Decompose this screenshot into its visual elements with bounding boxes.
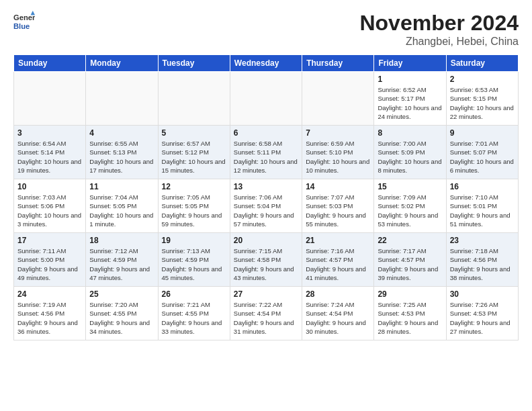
day-info: Sunrise: 7:00 AM Sunset: 5:09 PM Dayligh…: [378, 139, 442, 175]
table-row: 2Sunrise: 6:53 AM Sunset: 5:15 PM Daylig…: [446, 72, 518, 126]
day-info: Sunrise: 6:52 AM Sunset: 5:17 PM Dayligh…: [378, 85, 442, 121]
table-row: 24Sunrise: 7:19 AM Sunset: 4:56 PM Dayli…: [14, 287, 86, 340]
day-number: 7: [306, 128, 370, 138]
day-number: 24: [17, 289, 82, 299]
generalblue-logo-icon: General Blue: [13, 11, 35, 32]
day-info: Sunrise: 7:26 AM Sunset: 4:53 PM Dayligh…: [450, 300, 515, 336]
day-info: Sunrise: 7:21 AM Sunset: 4:55 PM Dayligh…: [162, 300, 226, 336]
table-row: 13Sunrise: 7:06 AM Sunset: 5:04 PM Dayli…: [230, 179, 302, 233]
day-number: 5: [162, 128, 226, 138]
day-info: Sunrise: 7:10 AM Sunset: 5:01 PM Dayligh…: [450, 193, 515, 228]
table-row: 16Sunrise: 7:10 AM Sunset: 5:01 PM Dayli…: [446, 179, 518, 233]
table-row: 23Sunrise: 7:18 AM Sunset: 4:56 PM Dayli…: [446, 233, 518, 287]
day-info: Sunrise: 7:25 AM Sunset: 4:53 PM Dayligh…: [378, 300, 442, 336]
day-info: Sunrise: 6:57 AM Sunset: 5:12 PM Dayligh…: [162, 139, 226, 175]
table-row: [302, 72, 374, 126]
day-number: 10: [17, 182, 82, 191]
day-info: Sunrise: 7:05 AM Sunset: 5:05 PM Dayligh…: [162, 193, 226, 228]
table-row: 21Sunrise: 7:16 AM Sunset: 4:57 PM Dayli…: [302, 233, 374, 287]
table-row: [158, 72, 230, 126]
day-number: 17: [17, 236, 82, 245]
day-info: Sunrise: 6:59 AM Sunset: 5:10 PM Dayligh…: [306, 139, 370, 175]
day-number: 11: [89, 182, 154, 191]
day-number: 16: [450, 182, 515, 191]
day-number: 22: [378, 236, 442, 245]
table-row: 29Sunrise: 7:25 AM Sunset: 4:53 PM Dayli…: [374, 287, 446, 340]
table-row: [230, 72, 302, 126]
day-number: 30: [450, 289, 515, 299]
day-info: Sunrise: 6:58 AM Sunset: 5:11 PM Dayligh…: [234, 139, 298, 175]
day-number: 3: [17, 128, 82, 138]
day-number: 29: [378, 289, 442, 299]
day-number: 18: [89, 236, 154, 245]
table-row: 11Sunrise: 7:04 AM Sunset: 5:05 PM Dayli…: [86, 179, 158, 233]
table-row: 26Sunrise: 7:21 AM Sunset: 4:55 PM Dayli…: [158, 287, 230, 340]
day-info: Sunrise: 7:19 AM Sunset: 4:56 PM Dayligh…: [17, 300, 82, 336]
table-row: 3Sunrise: 6:54 AM Sunset: 5:14 PM Daylig…: [14, 126, 86, 179]
calendar-week-row: 10Sunrise: 7:03 AM Sunset: 5:06 PM Dayli…: [14, 179, 519, 233]
header: General Blue November 2024 Zhangbei, Heb…: [13, 11, 519, 48]
day-number: 14: [306, 182, 370, 191]
day-info: Sunrise: 7:03 AM Sunset: 5:06 PM Dayligh…: [17, 193, 82, 228]
table-row: 9Sunrise: 7:01 AM Sunset: 5:07 PM Daylig…: [446, 126, 518, 179]
day-info: Sunrise: 7:07 AM Sunset: 5:03 PM Dayligh…: [306, 193, 370, 228]
table-row: 5Sunrise: 6:57 AM Sunset: 5:12 PM Daylig…: [158, 126, 230, 179]
day-info: Sunrise: 7:11 AM Sunset: 5:00 PM Dayligh…: [17, 246, 82, 282]
day-info: Sunrise: 6:54 AM Sunset: 5:14 PM Dayligh…: [17, 139, 82, 175]
calendar-week-row: 1Sunrise: 6:52 AM Sunset: 5:17 PM Daylig…: [14, 72, 519, 126]
calendar-week-row: 24Sunrise: 7:19 AM Sunset: 4:56 PM Dayli…: [14, 287, 519, 340]
logo: General Blue: [13, 11, 38, 32]
day-number: 6: [234, 128, 298, 138]
day-number: 9: [450, 128, 515, 138]
day-number: 8: [378, 128, 442, 138]
col-monday: Monday: [86, 55, 158, 72]
day-number: 12: [162, 182, 226, 191]
table-row: 14Sunrise: 7:07 AM Sunset: 5:03 PM Dayli…: [302, 179, 374, 233]
calendar-week-row: 3Sunrise: 6:54 AM Sunset: 5:14 PM Daylig…: [14, 126, 519, 179]
day-info: Sunrise: 6:53 AM Sunset: 5:15 PM Dayligh…: [450, 85, 515, 121]
svg-marker-2: [31, 11, 35, 15]
calendar-week-row: 17Sunrise: 7:11 AM Sunset: 5:00 PM Dayli…: [14, 233, 519, 287]
day-number: 4: [89, 128, 154, 138]
day-number: 26: [162, 289, 226, 299]
day-number: 13: [234, 182, 298, 191]
col-thursday: Thursday: [302, 55, 374, 72]
day-number: 23: [450, 236, 515, 245]
table-row: 27Sunrise: 7:22 AM Sunset: 4:54 PM Dayli…: [230, 287, 302, 340]
table-row: [86, 72, 158, 126]
calendar-table: Sunday Monday Tuesday Wednesday Thursday…: [13, 54, 519, 340]
table-row: 6Sunrise: 6:58 AM Sunset: 5:11 PM Daylig…: [230, 126, 302, 179]
day-number: 1: [378, 75, 442, 84]
table-row: 28Sunrise: 7:24 AM Sunset: 4:54 PM Dayli…: [302, 287, 374, 340]
day-info: Sunrise: 7:16 AM Sunset: 4:57 PM Dayligh…: [306, 246, 370, 282]
table-row: 1Sunrise: 6:52 AM Sunset: 5:17 PM Daylig…: [374, 72, 446, 126]
day-number: 15: [378, 182, 442, 191]
svg-text:Blue: Blue: [13, 22, 30, 30]
day-number: 2: [450, 75, 515, 84]
col-tuesday: Tuesday: [158, 55, 230, 72]
table-row: 18Sunrise: 7:12 AM Sunset: 4:59 PM Dayli…: [86, 233, 158, 287]
day-info: Sunrise: 7:24 AM Sunset: 4:54 PM Dayligh…: [306, 300, 370, 336]
day-info: Sunrise: 7:13 AM Sunset: 4:59 PM Dayligh…: [162, 246, 226, 282]
location: Zhangbei, Hebei, China: [359, 36, 519, 48]
day-info: Sunrise: 7:04 AM Sunset: 5:05 PM Dayligh…: [89, 193, 154, 228]
table-row: 30Sunrise: 7:26 AM Sunset: 4:53 PM Dayli…: [446, 287, 518, 340]
table-row: [14, 72, 86, 126]
day-info: Sunrise: 6:55 AM Sunset: 5:13 PM Dayligh…: [89, 139, 154, 175]
day-info: Sunrise: 7:15 AM Sunset: 4:58 PM Dayligh…: [234, 246, 298, 282]
table-row: 10Sunrise: 7:03 AM Sunset: 5:06 PM Dayli…: [14, 179, 86, 233]
day-number: 27: [234, 289, 298, 299]
day-number: 21: [306, 236, 370, 245]
table-row: 8Sunrise: 7:00 AM Sunset: 5:09 PM Daylig…: [374, 126, 446, 179]
table-row: 15Sunrise: 7:09 AM Sunset: 5:02 PM Dayli…: [374, 179, 446, 233]
day-info: Sunrise: 7:22 AM Sunset: 4:54 PM Dayligh…: [234, 300, 298, 336]
calendar-header-row: Sunday Monday Tuesday Wednesday Thursday…: [14, 55, 519, 72]
page: General Blue November 2024 Zhangbei, Heb…: [0, 0, 532, 411]
day-info: Sunrise: 7:06 AM Sunset: 5:04 PM Dayligh…: [234, 193, 298, 228]
day-number: 25: [89, 289, 154, 299]
day-number: 19: [162, 236, 226, 245]
col-wednesday: Wednesday: [230, 55, 302, 72]
table-row: 20Sunrise: 7:15 AM Sunset: 4:58 PM Dayli…: [230, 233, 302, 287]
table-row: 25Sunrise: 7:20 AM Sunset: 4:55 PM Dayli…: [86, 287, 158, 340]
table-row: 19Sunrise: 7:13 AM Sunset: 4:59 PM Dayli…: [158, 233, 230, 287]
